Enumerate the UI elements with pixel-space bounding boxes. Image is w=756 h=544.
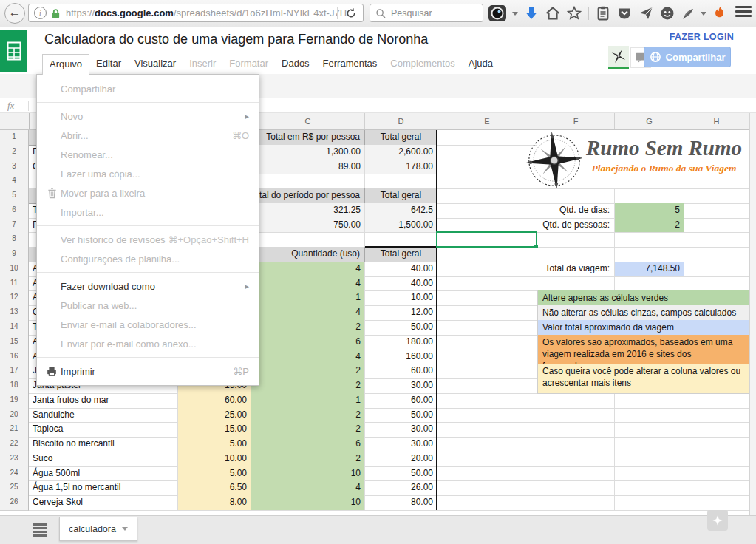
cell-C23[interactable]: 2 [251, 452, 365, 467]
cell-F22[interactable] [537, 437, 615, 452]
row-header-20[interactable]: 20 [0, 408, 29, 424]
row-header-11[interactable]: 11 [0, 276, 29, 292]
cell-D17[interactable]: 60.00 [365, 364, 437, 379]
cell-H23[interactable] [684, 452, 749, 467]
https-lock-icon[interactable] [50, 7, 62, 20]
cell-B20[interactable]: 25.00 [178, 408, 251, 424]
side-value-row6[interactable]: 5 [615, 203, 684, 219]
column-header-G[interactable]: G [615, 113, 684, 129]
cell-C24[interactable]: 10 [251, 466, 365, 482]
menubar-item-arquivo[interactable]: Arquivo [42, 54, 89, 75]
bookmark-star-icon[interactable] [566, 5, 582, 21]
cell-D15[interactable]: 180.00 [365, 335, 437, 350]
cell-D9[interactable]: Total geral [365, 247, 437, 262]
cell-A20[interactable]: Sanduiche [29, 408, 178, 424]
cell-E25[interactable] [437, 480, 537, 496]
cell-F25[interactable] [537, 480, 615, 496]
cell-B25[interactable]: 6.50 [178, 480, 251, 496]
cell-E3[interactable] [437, 160, 537, 175]
cell-D19[interactable]: 60.00 [365, 393, 437, 409]
sheet-tab[interactable]: calculadora [59, 517, 137, 541]
row-header-14[interactable]: 14 [0, 320, 29, 336]
cell-C9[interactable]: Quantidade (uso) [251, 247, 365, 262]
column-header-H[interactable]: H [684, 113, 749, 129]
side-label-row7[interactable]: Qtd. de pessoas: [537, 218, 615, 233]
cell-D10[interactable]: 40.00 [365, 262, 437, 277]
cell-D22[interactable]: 30.00 [365, 437, 437, 452]
column-header-D[interactable]: D [365, 113, 437, 129]
column-header-C[interactable]: C [251, 113, 365, 129]
menu-item-imprimir[interactable]: Imprimir⌘P [37, 361, 259, 381]
cell-E12[interactable] [437, 290, 537, 306]
cell-C21[interactable]: 2 [251, 422, 365, 438]
cell-E21[interactable] [437, 422, 537, 438]
cell-E23[interactable] [437, 452, 537, 467]
cell-A23[interactable]: Suco [29, 452, 178, 467]
cell-H21[interactable] [684, 422, 749, 438]
cell-G11[interactable] [615, 276, 684, 292]
cell-H24[interactable] [684, 466, 749, 482]
clipboard-icon[interactable] [595, 5, 611, 21]
overflow-caret-icon[interactable] [701, 12, 706, 16]
cell-E22[interactable] [437, 437, 537, 452]
cell-C17[interactable]: 2 [251, 364, 365, 379]
select-all-corner[interactable] [0, 113, 30, 129]
cell-H6[interactable] [684, 203, 749, 219]
cell-C6[interactable]: 321.25 [251, 203, 365, 219]
cell-E7[interactable] [437, 218, 537, 234]
cell-H9[interactable] [684, 247, 749, 262]
cell-F26[interactable] [537, 495, 615, 511]
cell-D4[interactable] [365, 174, 437, 189]
cell-E5[interactable] [437, 188, 537, 204]
row-header-23[interactable]: 23 [0, 452, 29, 467]
send-plane-icon[interactable] [638, 5, 654, 21]
all-sheets-icon[interactable] [33, 523, 47, 535]
cell-G9[interactable] [615, 247, 684, 262]
cell-G19[interactable] [615, 393, 684, 409]
note-4[interactable]: Os valores são aproximados, baseados em … [537, 335, 749, 365]
cell-F19[interactable] [537, 393, 615, 409]
reload-icon[interactable] [345, 7, 357, 19]
cell-E13[interactable] [437, 305, 537, 321]
row-header-8[interactable]: 8 [0, 232, 29, 248]
note-1[interactable]: Altere apenas as células verdes [537, 290, 749, 306]
cell-H10[interactable] [684, 262, 749, 277]
cell-G26[interactable] [615, 495, 684, 511]
avatar[interactable] [608, 46, 629, 69]
cell-G5[interactable] [615, 188, 684, 204]
cell-D2[interactable]: 2,600.00 [365, 145, 437, 160]
pocket-icon[interactable] [616, 5, 633, 21]
menubar-item-editar[interactable]: Editar [89, 54, 128, 74]
cell-C26[interactable]: 10 [251, 495, 365, 511]
column-header-F[interactable]: F [537, 113, 615, 129]
cell-C16[interactable]: 4 [251, 350, 365, 365]
share-button[interactable]: Compartilhar [644, 47, 731, 67]
cell-H26[interactable] [684, 495, 749, 511]
cell-G8[interactable] [615, 232, 684, 248]
cell-B22[interactable]: 5.00 [178, 437, 251, 452]
page-info-icon[interactable]: i [34, 7, 47, 19]
cell-C19[interactable]: 1 [251, 393, 365, 409]
row-header-6[interactable]: 6 [0, 203, 29, 219]
row-header-18[interactable]: 18 [0, 378, 29, 394]
row-header-26[interactable]: 26 [0, 495, 29, 511]
cell-H25[interactable] [684, 480, 749, 496]
row-header-1[interactable]: 1 [0, 130, 29, 146]
cell-D1[interactable]: Total geral [365, 130, 437, 146]
browser-menu-icon[interactable] [735, 6, 752, 19]
row-header-22[interactable]: 22 [0, 437, 29, 452]
row-header-19[interactable]: 19 [0, 393, 29, 409]
cell-F24[interactable] [537, 466, 615, 482]
scrollbar-gutter[interactable] [749, 113, 756, 515]
row-header-3[interactable]: 3 [0, 160, 29, 175]
row-header-15[interactable]: 15 [0, 335, 29, 350]
cell-E10[interactable] [437, 262, 537, 277]
extension-caret-icon[interactable] [512, 12, 518, 16]
cell-B23[interactable]: 10.00 [178, 452, 251, 467]
video-downloader-icon[interactable] [488, 4, 507, 22]
cell-C13[interactable]: 4 [251, 305, 365, 321]
cell-G25[interactable] [615, 480, 684, 496]
cell-C4[interactable] [251, 174, 365, 189]
flame-icon[interactable] [712, 5, 728, 21]
cell-B26[interactable]: 8.00 [178, 495, 251, 511]
